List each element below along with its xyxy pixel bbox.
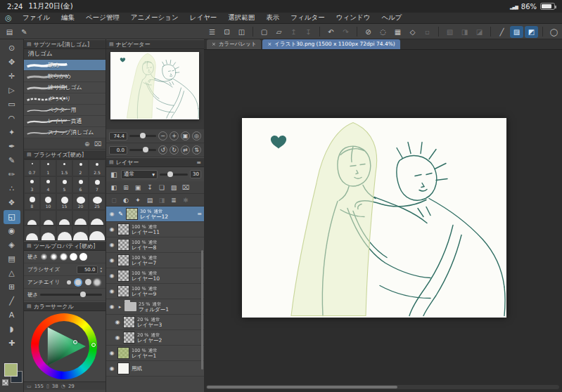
menu-page[interactable]: ページ管理 (80, 13, 125, 22)
ruler-range-icon[interactable]: ≣ (168, 195, 179, 205)
layer-settings-icon[interactable]: ✱ (180, 195, 191, 205)
eye-icon[interactable]: ◉ (114, 334, 121, 341)
brush-size-stepper[interactable]: ▴ ▾ (100, 266, 102, 273)
delete-layer-icon[interactable]: ⌧ (180, 183, 191, 192)
vector-snap-icon[interactable]: ▨ (510, 26, 523, 38)
layer-row[interactable]: ◉ 100 %通常 レイヤー8 (106, 237, 204, 253)
halftone-icon[interactable]: ◨ (458, 26, 471, 38)
horizontal-scrollbar[interactable] (206, 385, 559, 389)
menu-help[interactable]: ヘルプ (376, 13, 407, 22)
open-file-icon[interactable]: ▱ (272, 26, 286, 38)
menu-file[interactable]: ファイル (17, 13, 56, 22)
pencil-tool[interactable]: ✎ (4, 154, 20, 168)
eye-icon[interactable]: ◉ (108, 226, 115, 233)
layer-panel-menu-icon[interactable]: ≡ (196, 159, 201, 166)
rotation-value[interactable]: 0.0 (109, 146, 127, 155)
subtool-item-kneaded[interactable]: 練り消しゴム (24, 82, 106, 93)
rotate-left-button[interactable]: ↺ (158, 145, 167, 155)
frame-tool[interactable]: ⊞ (4, 280, 20, 294)
brush-size-value[interactable]: 50.0 (77, 266, 98, 274)
undo-icon[interactable]: ↶ (324, 26, 338, 38)
menu-window[interactable]: ウィンドウ (331, 13, 376, 22)
tab-color-palette[interactable]: × カラーパレット (207, 39, 261, 49)
subtool-item-soft[interactable]: 軟らかめ (24, 71, 106, 82)
ruler-tool[interactable]: ╱ (4, 294, 20, 308)
pen-settings-icon[interactable]: ⊡ (220, 26, 234, 38)
eye-icon[interactable]: ◉ (108, 303, 115, 310)
hardness-slider[interactable] (40, 294, 102, 296)
zoom-slider[interactable] (129, 135, 156, 137)
folder-expand-icon[interactable]: ▸ (117, 304, 122, 310)
brush-size-option[interactable]: 1 (40, 159, 56, 176)
hardness-step-icon[interactable] (79, 253, 87, 261)
transform-icon[interactable]: ◇ (406, 26, 419, 38)
zoom-value[interactable]: 74.4 (109, 132, 127, 141)
tab-document[interactable]: × イラスト30.png (1500 x 1100px 72dpi 74.4%) (262, 39, 400, 49)
panel-layout-icon[interactable]: ◫ (235, 26, 248, 38)
hardness-step-icon[interactable] (40, 253, 48, 261)
lock-alpha-icon[interactable]: ◐ (120, 195, 132, 205)
antialias-mid-icon[interactable] (85, 279, 91, 285)
workspace-grid-icon[interactable]: ▤ (3, 26, 16, 38)
rotate-right-button[interactable]: ↻ (170, 145, 179, 155)
delete-subtool-icon[interactable]: ⌧ (94, 141, 101, 148)
layer-opacity-slider[interactable] (160, 174, 188, 176)
new-layer-icon[interactable]: ⊞ (120, 183, 132, 192)
brush-size-option[interactable]: 2 (72, 159, 89, 176)
layer-thumbnail[interactable] (117, 239, 129, 251)
layer-folder-row[interactable]: ◉ ▸ 25 %通常 フォルダー1 (106, 299, 204, 315)
main-color-chip[interactable] (4, 363, 18, 377)
layer-opacity-value[interactable]: 30 (190, 170, 201, 178)
main-menu-icon[interactable]: ☰ (205, 26, 219, 38)
subtool-item-layer-through[interactable]: レイヤー貫通 (24, 116, 106, 127)
layer-thumbnail[interactable] (117, 270, 129, 282)
decoration-tool[interactable]: ❖ (4, 196, 20, 210)
brush-size-option[interactable] (24, 226, 40, 241)
hue-cursor[interactable] (91, 343, 96, 347)
eye-icon[interactable]: ◉ (108, 242, 115, 248)
drawing-canvas[interactable] (242, 118, 506, 318)
hand-tool[interactable]: ✥ (4, 55, 20, 70)
brush-size-option[interactable]: 25 (89, 193, 106, 210)
layer-thumbnail[interactable] (117, 285, 129, 297)
new-folder-icon[interactable]: ▣ (132, 183, 143, 192)
eye-icon[interactable]: ◉ (108, 211, 115, 217)
app-icon[interactable]: ◎ (0, 13, 17, 22)
navigator-preview[interactable] (106, 49, 204, 129)
reference-layer-icon[interactable]: ✦ (132, 195, 143, 205)
zoom-in-button[interactable]: + (170, 131, 179, 141)
zoom-tool[interactable]: ⊙ (4, 41, 20, 55)
menu-layer[interactable]: レイヤー (184, 13, 223, 22)
brush-size-option[interactable]: 4 (40, 176, 56, 193)
mask-icon[interactable]: ▧ (443, 26, 456, 38)
material-icon[interactable]: ◪ (473, 26, 486, 38)
deselect-icon[interactable]: ◌ (376, 26, 390, 38)
new-canvas-icon[interactable]: ▢ (257, 26, 271, 38)
layer-list-scrollbar[interactable] (201, 250, 203, 370)
hue-ring[interactable] (31, 313, 97, 379)
layer-row[interactable]: ◉ 100 %通常 レイヤー11 (106, 222, 204, 237)
subtool-item-rough[interactable]: ざっくり (24, 93, 106, 105)
brush-size-option[interactable] (89, 210, 106, 226)
menu-selection[interactable]: 選択範囲 (222, 13, 260, 22)
brush-size-option[interactable] (72, 210, 89, 226)
lasso-tool[interactable]: ◠ (4, 112, 20, 126)
layer-row[interactable]: ◉ ✎ 30 %通常 レイヤー12 ≡ (106, 207, 204, 222)
layer-row[interactable]: ◉ 20 %通常 レイヤー3 (106, 315, 204, 330)
layer-row[interactable]: ◉ 100 %通常 レイヤー7 (106, 253, 204, 268)
brush-size-option[interactable] (56, 226, 72, 241)
layer-color-icon[interactable]: ◨ (156, 195, 167, 205)
layer-row[interactable]: ◉ 100 %通常 レイヤー9 (106, 284, 204, 299)
actual-size-button[interactable]: ◎ (192, 131, 201, 141)
eye-icon[interactable]: ◉ (108, 288, 115, 294)
fit-screen-button[interactable]: ▣ (181, 131, 190, 141)
transparent-color-chip[interactable] (2, 379, 8, 386)
eye-icon[interactable]: ◉ (114, 319, 121, 325)
drag-handle-icon[interactable]: ≡ (197, 211, 202, 217)
hardness-step-icon[interactable] (70, 253, 77, 261)
close-tab-icon[interactable]: × (212, 41, 216, 47)
rotation-slider[interactable] (129, 149, 156, 151)
brush-size-option[interactable]: 6 (72, 176, 89, 193)
duplicate-layer-icon[interactable]: ❏ (156, 183, 167, 192)
zoom-out-button[interactable]: − (158, 131, 167, 141)
